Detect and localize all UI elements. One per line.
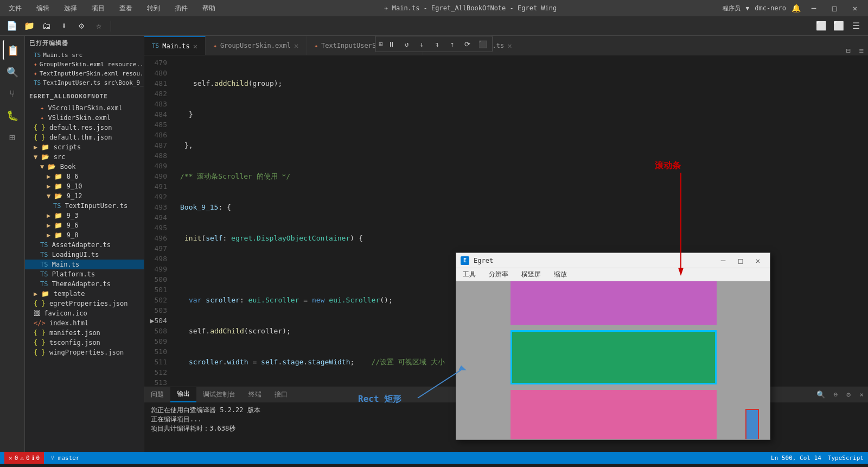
menu-item-select[interactable]: 选择 [61,3,80,14]
split-editor-button[interactable]: ⬜ [814,18,829,34]
download-button[interactable]: ⬇ [56,18,72,34]
open-file-group-skin[interactable]: ✦ GroupUserSkin.exml resource... [25,60,144,69]
tree-item-wing-props[interactable]: { } wingProperties.json [25,348,144,357]
activity-debug[interactable]: 🐛 [3,105,22,125]
star-button[interactable]: ☆ [91,18,106,34]
tree-item-9_6[interactable]: ▶ 📁 9_6 [25,220,144,230]
new-file-button[interactable]: 📄 [4,18,20,34]
debug-pause-button[interactable]: ⏸ [385,37,398,51]
language-mode[interactable]: TypeScript [828,455,864,462]
egret-menu-tools[interactable]: 工具 [461,269,478,280]
tree-item-loadingui[interactable]: TS LoadingUI.ts [25,250,144,260]
menu-item-goto[interactable]: 转到 [144,3,163,14]
tab-close-textinput-user[interactable]: ✕ [507,41,512,50]
menu-item-plugins[interactable]: 插件 [171,3,191,14]
panel-tab-terminal[interactable]: 终端 [242,387,268,402]
user-dropdown[interactable]: ▼ [746,5,750,12]
open-file-textinput-skin[interactable]: ✦ TextInputUserSkin.exml resou... [25,69,144,78]
tree-item-platform[interactable]: TS Platform.ts [25,269,144,279]
egret-maximize-btn[interactable]: □ [733,253,748,268]
menu-item-file[interactable]: 文件 [5,3,25,14]
panel-settings-btn[interactable]: ⚙ [842,390,855,399]
status-bar: ✕ 0 ⚠ 0 ℹ 0 ⑂ master Ln 500, Col 14 Type… [0,452,868,464]
egret-menu-orientation[interactable]: 横竖屏 [519,269,543,280]
sidebar-toggle-button[interactable]: ☰ [848,18,864,34]
error-count[interactable]: ✕ 0 ⚠ 0 ℹ 0 [4,452,44,464]
tree-item-src[interactable]: ▼ 📂 src [25,152,144,162]
panel-filter-btn[interactable]: 🔍 [812,390,829,399]
more-tabs-icon[interactable]: ≡ [855,46,868,55]
debug-stop-button[interactable]: ⬛ [476,37,489,51]
egret-close-btn[interactable]: ✕ [750,253,765,268]
debug-refresh-button[interactable]: ↺ [400,37,413,51]
debug-step-out-button[interactable]: ↑ [446,37,459,51]
close-button[interactable]: ✕ [847,1,863,16]
panel-tab-interface[interactable]: 接口 [268,387,294,402]
tree-item-main-ts[interactable]: TS Main.ts [25,260,144,269]
minimize-button[interactable]: ─ [806,1,821,16]
tab-group-skin[interactable]: ✦ GroupUserSkin.exml ✕ [206,36,307,55]
tree-item-9_3[interactable]: ▶ 📁 9_3 [25,211,144,220]
open-file-textinput-user[interactable]: TS TextInputUser.ts src\Book_9_12 [25,78,144,87]
save-explorer-button[interactable]: 🗂 [39,18,54,34]
tree-item-textinputuser[interactable]: TS TextInputUser.ts [25,201,144,211]
tree-item-asset-adapter[interactable]: TS AssetAdapter.ts [25,240,144,250]
tree-item-tsconfig[interactable]: { } tsconfig.json [25,338,144,348]
debug-restart-button[interactable]: ⟳ [461,37,474,51]
panel-tab-debug[interactable]: 调试控制台 [196,387,242,402]
notification-icon[interactable]: 🔔 [792,4,801,12]
tree-item-vscrollbarskin[interactable]: ✦ VScrollBarSkin.exml [25,103,144,113]
folder-icon: ▶ 📁 [47,173,62,180]
panel-tab-problems[interactable]: 问题 [144,387,170,402]
tree-item-8_6[interactable]: ▶ 📁 8_6 [25,172,144,181]
panel-clear-btn[interactable]: ⊖ [829,390,843,399]
tree-item-book[interactable]: ▼ 📂 Book [25,162,144,172]
tree-item-9_8[interactable]: ▶ 📁 9_8 [25,230,144,240]
split-editor-icon[interactable]: ⊟ [841,46,854,55]
tree-item-manifest[interactable]: { } manifest.json [25,328,144,338]
tab-close-group-skin[interactable]: ✕ [294,41,298,50]
tree-item-index-html[interactable]: </> index.html [25,318,144,328]
tree-item-default-res[interactable]: { } default.res.json [25,123,144,132]
tree-item-9_10[interactable]: ▶ 📁 9_10 [25,181,144,191]
activity-git[interactable]: ⑂ [3,84,22,103]
branch-name[interactable]: ⑂ master [50,455,79,462]
activity-search[interactable]: 🔍 [3,62,22,81]
debug-step-into-button[interactable]: ↴ [431,37,444,51]
open-button[interactable]: 📁 [22,18,37,34]
tab-main-ts[interactable]: TS Main.ts ✕ [144,36,206,55]
menu-item-edit[interactable]: 编辑 [33,3,53,14]
panel-tab-problems-label: 问题 [151,390,164,399]
activity-extensions[interactable]: ⊞ [3,127,22,147]
folder-icon: ▶ 📁 [47,231,62,239]
panel-close-btn[interactable]: ✕ [855,390,868,399]
scrollbar-thumb[interactable] [745,409,759,439]
open-file-main-ts[interactable]: TS Main.ts src [25,51,144,60]
menu-item-view[interactable]: 查看 [116,3,136,14]
tab-close-main-ts[interactable]: ✕ [193,42,197,51]
tree-item-9_12[interactable]: ▼ 📂 9_12 [25,191,144,201]
tree-item-template[interactable]: ▶ 📁 template [25,289,144,299]
ts-tab-icon: TS [152,42,159,49]
tree-item-default-thm[interactable]: { } default.thm.json [25,132,144,142]
activity-explorer[interactable]: 📋 [3,40,22,60]
debug-step-over-button[interactable]: ↓ [416,37,429,51]
menu-item-project[interactable]: 项目 [88,3,108,14]
tree-item-favicon[interactable]: 🖼 favicon.ico [25,308,144,318]
tree-item-theme-adapter[interactable]: TS ThemeAdapter.ts [25,279,144,289]
egret-menu-resolution[interactable]: 分辨率 [487,269,510,280]
egret-minimize-btn[interactable]: ─ [716,253,731,268]
ts-icon: TS [40,241,48,249]
menu-item-help[interactable]: 帮助 [199,3,219,14]
open-file-label: Main.ts src [43,52,82,59]
more-layout-button[interactable]: ⬜ [831,18,846,34]
egret-menu-zoom[interactable]: 缩放 [552,269,569,280]
egret-canvas [456,281,770,439]
panel-tab-output[interactable]: 输出 [170,387,196,402]
ln-col[interactable]: Ln 500, Col 14 [771,455,821,462]
tree-item-egret-props[interactable]: { } egretProperties.json [25,299,144,308]
tree-item-scripts[interactable]: ▶ 📁 scripts [25,142,144,152]
maximize-button[interactable]: □ [827,1,842,16]
tree-item-vsliderskin[interactable]: ✦ VSliderSkin.exml [25,113,144,123]
build-button[interactable]: ⚙ [74,18,89,34]
